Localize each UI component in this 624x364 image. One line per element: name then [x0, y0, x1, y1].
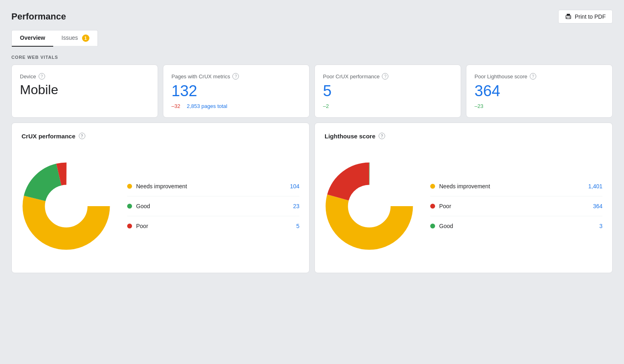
device-help-icon[interactable]: ?: [39, 73, 45, 80]
poor-crux-label: Poor CrUX performance ?: [323, 73, 453, 80]
lighthouse-dot-needs-improvement: [430, 184, 435, 189]
crux-chart-card: CrUX performance ?: [11, 123, 310, 273]
lighthouse-donut-hole: [352, 189, 386, 223]
poor-lighthouse-value: 364: [474, 83, 604, 100]
poor-lighthouse-help-icon[interactable]: ?: [530, 73, 536, 80]
lighthouse-legend-needs-improvement: Needs improvement 1,401: [430, 183, 602, 190]
pages-crux-value: 132: [171, 83, 301, 100]
charts-row: CrUX performance ?: [11, 123, 613, 273]
poor-lighthouse-sub: –23: [474, 103, 604, 109]
crux-dot-poor: [127, 224, 132, 228]
print-icon: [565, 13, 572, 20]
poor-crux-card: Poor CrUX performance ? 5 –2: [314, 65, 461, 118]
device-card-label: Device ?: [20, 73, 150, 80]
crux-legend-good: Good 23: [127, 203, 299, 209]
metric-cards-row: Device ? Mobile Pages with CrUX metrics …: [11, 65, 613, 118]
crux-legend-divider-2: [127, 216, 299, 216]
tab-overview[interactable]: Overview: [12, 30, 53, 47]
lighthouse-chart-card: Lighthouse score ?: [314, 123, 613, 273]
pages-crux-help-icon[interactable]: ?: [232, 73, 239, 80]
device-value: Mobile: [20, 83, 150, 97]
lighthouse-dot-poor: [430, 204, 435, 209]
poor-crux-value: 5: [323, 83, 453, 100]
svg-point-3: [570, 16, 570, 17]
section-label: CORE WEB VITALS: [11, 55, 613, 60]
lighthouse-legend-divider-2: [430, 216, 602, 216]
lighthouse-chart-content: Needs improvement 1,401 Poor 364: [325, 149, 602, 263]
crux-chart-title: CrUX performance ?: [22, 133, 299, 140]
poor-crux-delta: –2: [323, 103, 329, 109]
lighthouse-legend: Needs improvement 1,401 Poor 364: [430, 183, 602, 229]
tab-issues[interactable]: Issues 1: [53, 30, 97, 47]
page-title: Performance: [11, 11, 66, 22]
poor-lighthouse-card: Poor Lighthouse score ? 364 –23: [466, 65, 613, 118]
crux-dot-needs-improvement: [127, 184, 132, 189]
crux-legend-poor: Poor 5: [127, 223, 299, 229]
print-button[interactable]: Print to PDF: [558, 10, 613, 24]
poor-lighthouse-delta: –23: [474, 103, 483, 109]
device-card: Device ? Mobile: [11, 65, 158, 118]
crux-donut-hole: [49, 189, 83, 223]
crux-legend: Needs improvement 104 Good 23: [127, 183, 299, 229]
lighthouse-legend-good: Good 3: [430, 223, 602, 229]
lighthouse-donut-svg: [325, 162, 414, 251]
lighthouse-chart-help-icon[interactable]: ?: [379, 133, 385, 139]
header: Performance Print to PDF: [11, 10, 613, 24]
crux-chart-help-icon[interactable]: ?: [79, 133, 85, 139]
issues-badge: 1: [82, 34, 89, 42]
poor-crux-help-icon[interactable]: ?: [382, 73, 388, 80]
pages-crux-total: 2,853 pages total: [187, 103, 228, 109]
poor-lighthouse-label: Poor Lighthouse score ?: [474, 73, 604, 80]
svg-rect-2: [567, 17, 570, 19]
pages-crux-sub: –32 2,853 pages total: [171, 103, 301, 109]
lighthouse-dot-good: [430, 224, 435, 228]
page-wrapper: Performance Print to PDF Overview Issues…: [0, 0, 624, 364]
crux-legend-divider-1: [127, 196, 299, 196]
crux-donut: [22, 162, 111, 251]
lighthouse-donut: [325, 162, 414, 251]
svg-rect-1: [567, 14, 570, 16]
crux-chart-content: Needs improvement 104 Good 23: [22, 149, 299, 263]
lighthouse-legend-divider-1: [430, 196, 602, 196]
crux-legend-needs-improvement: Needs improvement 104: [127, 183, 299, 190]
pages-crux-card: Pages with CrUX metrics ? 132 –32 2,853 …: [163, 65, 310, 118]
crux-dot-good: [127, 204, 132, 209]
crux-donut-svg: [22, 162, 111, 251]
poor-crux-sub: –2: [323, 103, 453, 109]
pages-crux-label: Pages with CrUX metrics ?: [171, 73, 301, 80]
lighthouse-legend-poor: Poor 364: [430, 203, 602, 209]
pages-crux-delta: –32: [171, 103, 180, 109]
tabs: Overview Issues 1: [11, 30, 98, 47]
lighthouse-chart-title: Lighthouse score ?: [325, 133, 602, 140]
